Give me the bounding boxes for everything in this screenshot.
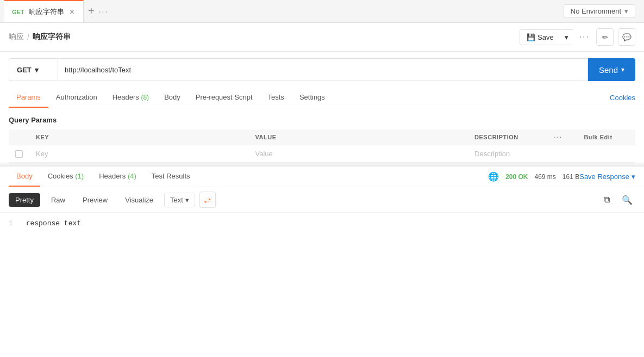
breadcrumb: 响应 / 响应字符串 [9,32,71,42]
tab-authorization[interactable]: Authorization [48,88,105,108]
th-bulk-edit[interactable]: Bulk Edit [577,130,635,145]
breadcrumb-actions: 💾 Save ▾ ··· ✏ 💬 [520,28,635,46]
response-section: Body Cookies (1) Headers (4) Test Result… [0,166,644,234]
url-input[interactable] [58,58,588,81]
tab-params-label: Params [16,93,41,101]
resp-headers-badge: (4) [128,172,136,180]
format-tab-preview[interactable]: Preview [76,193,114,207]
row-more-cell [548,145,578,163]
method-selector[interactable]: GET ▾ [9,58,58,81]
format-type-selector[interactable]: Text ▾ [164,193,195,207]
save-group: 💾 Save ▾ [520,29,573,45]
send-chevron-icon: ▾ [621,66,624,73]
resp-status-group: 🌐 200 OK 469 ms 161 B [488,171,579,182]
response-tabs-bar: Body Cookies (1) Headers (4) Test Result… [0,167,644,187]
save-chevron-icon: ▾ [565,33,568,41]
environment-chevron: ▾ [624,7,628,15]
save-response-label: Save Response [579,173,629,181]
resp-tab-test-results[interactable]: Test Results [144,167,198,187]
response-size: 161 B [562,173,579,181]
tab-params[interactable]: Params [9,88,48,108]
table-row: Key Value Description [9,145,635,163]
search-button[interactable]: 🔍 [619,192,635,208]
tab-authorization-label: Authorization [56,93,97,101]
tab-body[interactable]: Body [157,88,188,108]
tab-pre-request-label: Pre-request Script [196,93,253,101]
tab-bar: GET 响应字符串 × + ··· No Environment ▾ [0,0,644,23]
more-options-icon[interactable]: ··· [577,32,592,42]
tab-body-label: Body [164,93,180,101]
comment-button[interactable]: 💬 [618,28,635,46]
wrap-icon: ⇌ [204,195,211,205]
response-time: 469 ms [535,173,556,181]
row-value-cell[interactable]: Value [249,145,468,163]
resp-tab-body[interactable]: Body [9,167,40,187]
breadcrumb-parent[interactable]: 响应 [9,32,24,42]
line-number-1: 1 [9,219,13,227]
row-checkbox[interactable] [15,150,23,158]
save-button[interactable]: 💾 Save [520,29,560,45]
tab-settings[interactable]: Settings [292,88,333,108]
copy-button[interactable]: ⧉ [598,192,615,208]
format-tab-visualize[interactable]: Visualize [118,193,160,207]
cookies-link[interactable]: Cookies [610,94,635,102]
save-label: Save [537,33,554,41]
edit-button[interactable]: ✏ [596,28,614,46]
format-pretty-label: Pretty [15,196,34,204]
query-params-label: Query Params [9,113,635,127]
save-disk-icon: 💾 [527,33,535,41]
status-code: 200 OK [505,173,528,181]
tab-headers-label: Headers [112,93,139,101]
th-checkbox [9,130,29,145]
resp-tab-cookies-label: Cookies [48,172,73,180]
th-value: VALUE [249,130,468,145]
th-description: DESCRIPTION [468,130,547,145]
breadcrumb-current: 响应字符串 [33,32,71,42]
tab-headers[interactable]: Headers (8) [105,88,157,108]
tab-more-icon: ··· [99,7,109,16]
response-content-1: response text [26,219,81,227]
environment-selector[interactable]: No Environment ▾ [564,4,635,18]
format-tab-pretty[interactable]: Pretty [9,193,40,207]
active-tab[interactable]: GET 响应字符串 × [4,0,84,22]
comment-icon: 💬 [622,33,632,41]
save-chevron-button[interactable]: ▾ [560,29,573,45]
edit-icon: ✏ [602,33,608,41]
save-response-button[interactable]: Save Response ▾ [579,173,635,181]
url-bar: GET ▾ Send ▾ [0,52,644,88]
wrap-button[interactable]: ⇌ [199,192,216,208]
params-table: KEY VALUE DESCRIPTION ··· Bulk Edit Key … [9,130,635,163]
row-key-placeholder: Key [36,150,48,158]
tab-tests-label: Tests [268,93,284,101]
format-visualize-label: Visualize [125,196,153,204]
send-button[interactable]: Send ▾ [588,58,635,81]
format-type-chevron: ▾ [185,196,189,204]
tab-method-badge: GET [12,9,24,15]
resp-tab-headers[interactable]: Headers (4) [91,167,144,187]
send-label: Send [599,65,618,75]
request-tabs: Params Authorization Headers (8) Body Pr… [0,88,644,108]
tab-close-button[interactable]: × [68,7,76,17]
tab-pre-request[interactable]: Pre-request Script [188,88,260,108]
resp-tab-test-results-label: Test Results [152,172,190,180]
save-response-chevron: ▾ [632,173,635,181]
row-value-placeholder: Value [255,150,273,158]
method-chevron: ▾ [35,66,39,74]
tab-tests[interactable]: Tests [260,88,292,108]
resp-tab-cookies[interactable]: Cookies (1) [40,167,91,187]
add-tab-button[interactable]: + [84,5,99,17]
row-bulk-cell [577,145,635,163]
row-key-cell[interactable]: Key [29,145,249,163]
tab-settings-label: Settings [299,93,325,101]
th-more[interactable]: ··· [548,130,578,145]
query-params-section: Query Params KEY VALUE DESCRIPTION ··· B… [0,108,644,163]
tab-title: 响应字符串 [29,7,64,17]
resp-cookies-badge: (1) [75,172,84,180]
row-description-cell[interactable]: Description [468,145,547,163]
search-icon: 🔍 [622,195,633,205]
globe-icon: 🌐 [488,171,499,182]
format-tab-raw[interactable]: Raw [45,193,72,207]
copy-icon: ⧉ [604,195,610,205]
environment-label: No Environment [571,7,621,15]
resp-tab-headers-label: Headers [99,172,126,180]
